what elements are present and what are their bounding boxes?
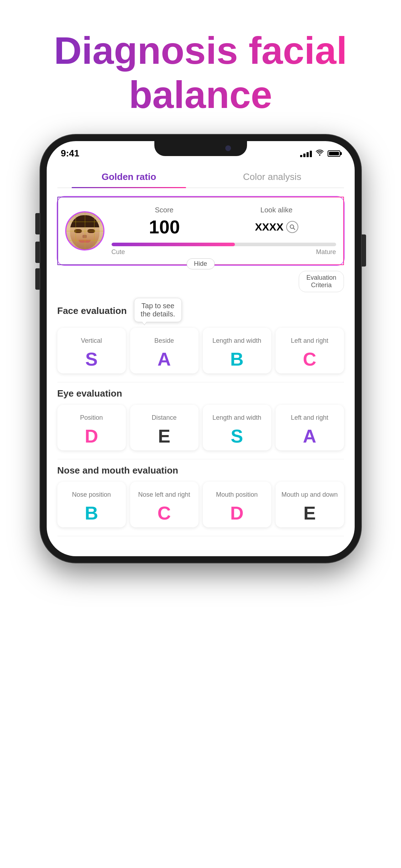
face-card-length-width-grade: B [230,350,244,368]
look-alike-value: XXXX [255,221,298,233]
screen-content: Golden ratio Color analysis [47,161,355,556]
face-card-vertical[interactable]: Vertical S [57,328,126,373]
nose-card-position-grade: B [85,504,98,522]
face-eval-grid: Vertical S Beside A Length and width B [57,328,344,373]
face-card-vertical-label: Vertical [81,334,102,348]
eye-eval-title: Eye evaluation [57,388,344,399]
phone-notch [154,141,247,156]
tab-bar: Golden ratio Color analysis [57,161,344,188]
phone-body: 9:41 [40,135,361,563]
face-card-length-width[interactable]: Length and width B [203,328,271,373]
eye-card-position[interactable]: Position D [57,405,126,450]
avatar [65,211,104,250]
divider-2 [57,459,344,459]
phone-screen: 9:41 [47,141,355,556]
hide-button[interactable]: Hide [186,258,215,269]
hero-section: Diagnosis facial balance [0,0,401,135]
eye-card-distance-label: Distance [151,410,176,425]
battery-icon [328,150,340,157]
eye-card-length-width-label: Length and width [212,410,261,425]
face-eval-header: Face evaluation Tap to seethe details. [57,298,344,322]
face-card-left-right-grade: C [303,350,317,368]
score-value: 100 [149,216,180,238]
cute-label: Cute [112,248,125,256]
status-icons [300,149,340,157]
search-icon[interactable] [286,221,298,233]
svg-line-1 [293,228,295,229]
eye-card-position-grade: D [85,427,98,445]
wifi-icon [315,149,324,157]
eye-card-left-right[interactable]: Left and right A [276,405,344,450]
tab-color-analysis[interactable]: Color analysis [201,168,344,187]
nose-mouth-eval-grid: Nose position B Nose left and right C Mo… [57,482,344,527]
status-time: 9:41 [61,148,79,159]
phone-mockup: 9:41 [40,135,361,563]
score-card: Hide Score Look alike 100 XXXX [57,197,344,265]
nose-card-position[interactable]: Nose position B [57,482,126,527]
face-eval-title: Face evaluation [57,305,127,316]
face-card-beside-label: Beside [154,334,174,348]
eval-criteria-button[interactable]: EvaluationCriteria [299,271,344,292]
eye-card-distance[interactable]: Distance E [130,405,199,450]
mature-label: Mature [316,248,336,256]
eye-card-distance-grade: E [158,427,170,445]
eye-card-left-right-grade: A [303,427,317,445]
tooltip-bubble: Tap to seethe details. [134,298,182,322]
signal-bars-icon [300,150,312,157]
look-alike-label: Look alike [261,206,293,214]
mouth-card-position-grade: D [230,504,244,522]
face-card-vertical-grade: S [85,350,98,368]
face-card-left-right[interactable]: Left and right C [276,328,344,373]
eye-card-position-label: Position [80,410,103,425]
mouth-card-up-down-label: Mouth up and down [281,487,338,502]
nose-card-left-right-grade: C [158,504,171,522]
divider-3 [57,536,344,536]
cute-mature-slider [112,243,336,246]
eye-eval-grid: Position D Distance E Length and width S… [57,405,344,450]
mouth-card-up-down[interactable]: Mouth up and down E [276,482,344,527]
nose-card-position-label: Nose position [72,487,111,502]
eye-card-length-width-grade: S [231,427,243,445]
face-card-left-right-label: Left and right [291,334,328,348]
mouth-card-position-label: Mouth position [216,487,258,502]
divider-1 [57,382,344,382]
tab-golden-ratio[interactable]: Golden ratio [57,168,201,187]
mouth-card-position[interactable]: Mouth position D [203,482,271,527]
mouth-card-up-down-grade: E [303,504,316,522]
face-card-beside-grade: A [158,350,171,368]
nose-card-left-right-label: Nose left and right [138,487,190,502]
eye-card-length-width[interactable]: Length and width S [203,405,271,450]
face-card-length-width-label: Length and width [212,334,261,348]
camera-icon [225,145,231,151]
face-card-beside[interactable]: Beside A [130,328,199,373]
nose-card-left-right[interactable]: Nose left and right C [130,482,199,527]
score-label: Score [155,206,173,214]
eye-card-left-right-label: Left and right [291,410,328,425]
nose-mouth-eval-title: Nose and mouth evaluation [57,465,344,476]
hero-title: Diagnosis facial balance [21,29,380,117]
